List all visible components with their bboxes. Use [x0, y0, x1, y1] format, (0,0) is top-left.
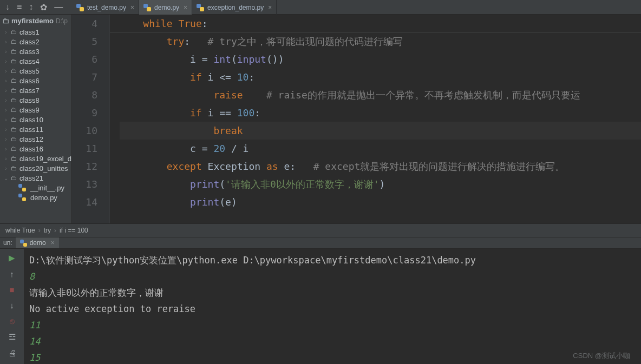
project-tree[interactable]: 🗀 myfirstdemo D:\p ›🗀class1›🗀class2›🗀cla… — [0, 15, 72, 223]
tree-folder[interactable]: ›🗀class6 — [0, 76, 71, 85]
tree-folder[interactable]: ›🗀class3 — [0, 47, 71, 56]
tree-file[interactable]: demo.py — [0, 193, 71, 202]
hide-icon[interactable]: — — [54, 2, 63, 12]
console-line: 14 — [29, 333, 636, 349]
run-config-name: demo — [30, 239, 46, 247]
close-icon[interactable]: × — [184, 4, 187, 11]
arrow-down-icon[interactable]: ↓ — [5, 2, 10, 12]
python-icon — [197, 4, 204, 11]
layout-icon[interactable]: ☲ — [9, 332, 16, 342]
chevron-icon: › — [3, 156, 9, 162]
tree-folder[interactable]: ›🗀class10 — [0, 115, 71, 124]
tree-folder[interactable]: ›🗀class20_unittes — [0, 163, 71, 173]
tree-folder[interactable]: ›🗀class4 — [0, 56, 71, 66]
stop-icon[interactable]: ■ — [9, 285, 14, 294]
folder-label: class19_excel_d — [19, 155, 71, 163]
console-line: No active exception to reraise — [29, 301, 636, 317]
three-bars-icon[interactable]: ≡ — [17, 2, 22, 12]
breadcrumb-item[interactable]: if i == 100 — [60, 227, 88, 234]
file-label: demo.py — [30, 194, 57, 202]
folder-label: class7 — [19, 87, 40, 95]
console-line: D:\软件测试学习\python安装位置\python.exe D:\pywor… — [29, 252, 636, 268]
folder-icon: 🗀 — [11, 87, 17, 94]
console-output[interactable]: D:\软件测试学习\python安装位置\python.exe D:\pywor… — [24, 249, 641, 364]
line-number: 8 — [72, 86, 97, 104]
folder-icon: 🗀 — [2, 17, 9, 25]
tree-folder[interactable]: ›🗀class1 — [0, 27, 71, 37]
watermark: CSDN @测试小咖 — [573, 351, 630, 361]
folder-icon: 🗀 — [11, 164, 17, 172]
code-line[interactable]: c = 20 / i — [120, 140, 641, 157]
code-line[interactable]: break — [120, 122, 641, 140]
breadcrumb-item[interactable]: while True — [5, 227, 35, 234]
folder-label: class5 — [19, 67, 40, 75]
code-line[interactable]: print(e) — [120, 193, 641, 211]
tree-folder[interactable]: ›🗀class11 — [0, 124, 71, 134]
tree-folder[interactable]: ›🗀class16 — [0, 144, 71, 154]
chevron-icon: › — [3, 146, 9, 152]
tree-folder[interactable]: ›🗀class5 — [0, 66, 71, 76]
file-label: __init__.py — [30, 184, 64, 192]
rerun-icon[interactable]: ▶ — [9, 253, 15, 263]
code-line[interactable]: while True: — [120, 15, 641, 32]
line-number: 14 — [72, 193, 97, 211]
line-number: 9 — [72, 104, 97, 122]
project-root-path: D:\p — [56, 17, 68, 25]
code-line[interactable]: except Exception as e: # except就是将对出现的问题… — [120, 157, 641, 175]
exit-icon[interactable]: ⎋ — [10, 316, 15, 326]
tree-folder[interactable]: ›🗀class12 — [0, 134, 71, 144]
folder-icon: 🗀 — [11, 28, 17, 36]
code-line[interactable]: if i == 100: — [120, 104, 641, 122]
tree-file[interactable]: __init__.py — [0, 183, 71, 193]
folder-icon: 🗀 — [11, 38, 17, 45]
folder-label: class21 — [19, 174, 43, 182]
code-line[interactable]: i = int(input()) — [120, 50, 641, 68]
folder-icon: 🗀 — [11, 57, 17, 65]
run-config-tab[interactable]: demo × — [16, 237, 59, 248]
tree-folder[interactable]: ›🗀class19_excel_d — [0, 154, 71, 163]
print-icon[interactable]: 🖨 — [8, 348, 16, 358]
editor-tab[interactable]: test_demo.py× — [72, 0, 139, 15]
code-editor[interactable]: 4567891011121314 while True: try: # try之… — [72, 15, 641, 223]
down-arrow-icon[interactable]: ↓ — [10, 301, 14, 310]
code-line[interactable]: raise # raise的作用就是抛出一个异常。不再考虑触发机制，而是代码只要… — [120, 86, 641, 104]
folder-label: class8 — [19, 96, 40, 104]
tree-folder[interactable]: ›🗀class2 — [0, 37, 71, 47]
chevron-icon: › — [3, 39, 9, 45]
code-area[interactable]: while True: try: # try之中，将可能出现问题的代码进行编写 … — [110, 15, 641, 223]
folder-icon: 🗀 — [11, 77, 17, 84]
folder-label: class10 — [19, 116, 43, 124]
code-line[interactable]: if i <= 10: — [120, 68, 641, 86]
editor-tab[interactable]: demo.py× — [139, 0, 192, 15]
tree-folder[interactable]: ›🗀class9 — [0, 105, 71, 115]
chevron-icon: › — [3, 97, 9, 103]
line-number: 4 — [72, 15, 97, 32]
python-icon — [76, 4, 84, 11]
close-icon[interactable]: × — [51, 239, 55, 247]
console-line: 15 — [29, 349, 636, 364]
project-root[interactable]: 🗀 myfirstdemo D:\p — [0, 15, 71, 27]
folder-icon: 🗀 — [11, 155, 17, 162]
tree-folder[interactable]: ›🗀class7 — [0, 85, 71, 95]
collapse-icon[interactable]: ↕ — [29, 2, 33, 12]
chevron-icon: › — [3, 88, 9, 94]
python-icon — [18, 184, 26, 191]
gear-icon[interactable]: ✿ — [40, 2, 47, 12]
line-number: 10 — [72, 122, 97, 140]
up-arrow-icon[interactable]: ↑ — [10, 269, 14, 279]
tree-folder[interactable]: ⌄🗀class21 — [0, 173, 71, 183]
chevron-icon: › — [3, 136, 9, 142]
close-icon[interactable]: × — [268, 4, 272, 11]
editor-tab[interactable]: exception_demo.py× — [192, 0, 277, 15]
python-icon — [18, 194, 26, 201]
code-line[interactable]: try: # try之中，将可能出现问题的代码进行编写 — [120, 32, 641, 50]
folder-label: class11 — [19, 125, 43, 134]
code-line[interactable]: print('请输入非0以外的正常数字，谢谢') — [120, 175, 641, 193]
folder-label: class12 — [19, 135, 43, 143]
close-icon[interactable]: × — [130, 4, 134, 11]
breadcrumb-item[interactable]: try — [44, 227, 51, 234]
breadcrumb[interactable]: while True › try › if i == 100 — [0, 223, 641, 237]
line-number: 12 — [72, 157, 97, 175]
console-line: 11 — [29, 317, 636, 333]
tree-folder[interactable]: ›🗀class8 — [0, 95, 71, 105]
